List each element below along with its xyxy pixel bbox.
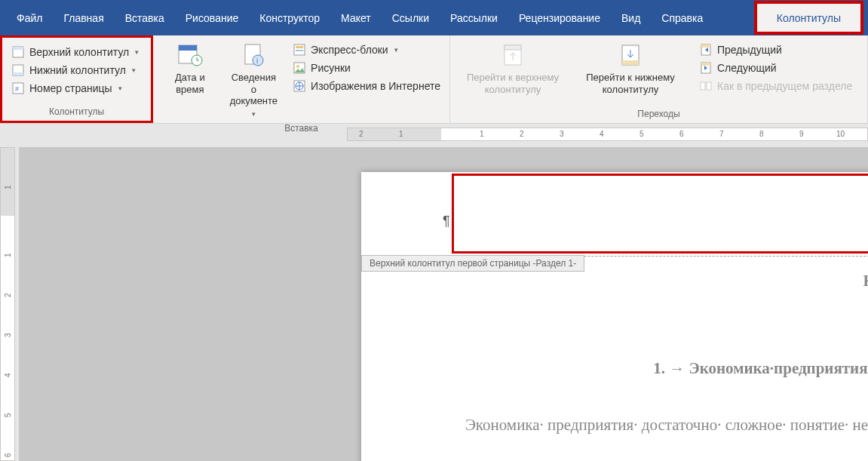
ruler-num: 1 [4, 185, 12, 189]
tab-header-footer[interactable]: Колонтитулы [757, 4, 860, 32]
header-footer-tab-highlight: Колонтитулы [754, 1, 863, 35]
ruler-num: 8 [759, 130, 764, 138]
footer-button[interactable]: Нижний колонтитул ▾ [8, 62, 142, 78]
pictures-icon [293, 61, 306, 75]
date-time-button[interactable]: Дата и время [159, 38, 221, 121]
date-time-icon [176, 41, 204, 69]
quick-parts-icon [293, 43, 306, 57]
page[interactable]: ¶ Верхний колонтитул первой страницы -Ра… [361, 172, 868, 461]
header-label: Верхний колонтитул [29, 46, 129, 58]
quick-parts-button[interactable]: Экспресс-блоки ▾ [290, 41, 443, 58]
pictures-label: Рисунки [311, 62, 351, 74]
tab-insert[interactable]: Вставка [115, 3, 175, 33]
next-label: Следующий [717, 62, 777, 74]
group-label-hf: Колонтитулы [8, 104, 145, 119]
group-insert: Дата и время i Сведения о документе▾ Экс… [153, 35, 450, 123]
chevron-down-icon: ▾ [252, 110, 256, 118]
goto-footer-icon [617, 41, 644, 69]
next-button[interactable]: Следующий [696, 60, 855, 76]
blank-line: ¶ [437, 294, 868, 312]
svg-rect-28 [707, 82, 711, 90]
svg-rect-14 [296, 50, 303, 51]
goto-header-label: Перейти к верхнему колонтитулу [467, 72, 559, 95]
ruler-num: 1 [399, 130, 403, 138]
tab-view[interactable]: Вид [611, 3, 651, 33]
ruler-num: 5 [4, 413, 12, 417]
svg-rect-27 [701, 82, 705, 90]
goto-footer-button[interactable]: Перейти к нижнему колонтитулу [574, 38, 687, 106]
tab-mailings[interactable]: Рассылки [440, 3, 508, 33]
previous-icon [699, 43, 713, 57]
doc-info-label: Сведения о документе [230, 72, 278, 107]
ruler-num: 9 [799, 130, 804, 138]
next-icon [699, 61, 713, 75]
doc-info-icon: i [240, 41, 267, 69]
quick-parts-label: Экспресс-блоки [311, 44, 388, 56]
goto-footer-label: Перейти к нижнему колонтитулу [586, 72, 675, 95]
footer-label: Нижний колонтитул [29, 64, 126, 76]
link-to-previous-button: Как в предыдущем разделе [696, 78, 855, 94]
tab-design[interactable]: Конструктор [249, 3, 330, 33]
horizontal-ruler[interactable]: 2 1 1 2 3 4 5 6 7 8 9 10 11 [347, 128, 868, 141]
title-line-1: КУРС·ЛЕКЦИЙ¶ [437, 272, 868, 290]
ruler-num: 1 [480, 130, 484, 138]
page-number-label: Номер страницы [29, 82, 112, 94]
svg-rect-24 [701, 45, 710, 48]
link-previous-icon [699, 79, 713, 93]
svg-rect-22 [622, 60, 639, 65]
goto-header-icon [499, 41, 526, 69]
ruler-num: 7 [719, 130, 724, 138]
blank-line: ¶ [437, 381, 868, 400]
tab-review[interactable]: Рецензирование [508, 3, 611, 33]
svg-rect-26 [701, 63, 710, 66]
tab-layout[interactable]: Макет [330, 3, 382, 33]
svg-rect-13 [296, 46, 303, 48]
blank-line: ¶ [437, 337, 868, 356]
svg-text:i: i [256, 57, 258, 65]
tab-file[interactable]: Файл [6, 3, 53, 33]
header-area-highlight[interactable] [452, 174, 868, 254]
ruler-num: 2 [520, 130, 524, 138]
online-pictures-button[interactable]: Изображения в Интернете [290, 78, 443, 94]
chevron-down-icon: ▾ [135, 48, 139, 56]
previous-button[interactable]: Предыдущий [696, 41, 855, 58]
ruler-num: 2 [359, 130, 363, 138]
vertical-ruler[interactable]: 1 1 2 3 4 5 6 [0, 147, 15, 461]
previous-label: Предыдущий [717, 44, 782, 56]
online-pictures-icon [293, 79, 306, 93]
tab-home[interactable]: Главная [53, 3, 114, 33]
ruler-num: 10 [836, 130, 845, 138]
tab-draw[interactable]: Рисование [175, 3, 250, 33]
title-line-2: ВВЕДЕНИЕ¶ [437, 315, 868, 334]
group-header-footer: Верхний колонтитул ▾ Нижний колонтитул ▾… [0, 35, 153, 123]
chevron-down-icon: ▾ [132, 66, 136, 74]
paragraph-mark: ¶ [443, 214, 450, 229]
chevron-down-icon: ▾ [394, 46, 398, 54]
ruler-num: 3 [4, 333, 12, 337]
svg-text:#: # [15, 85, 19, 93]
page-number-icon: # [11, 81, 25, 95]
footer-icon [11, 63, 25, 77]
header-button[interactable]: Верхний колонтитул ▾ [8, 44, 142, 60]
doc-info-button[interactable]: i Сведения о документе▾ [225, 38, 282, 121]
paragraph-text: Экономика· предприятия· достаточно· слож… [437, 413, 868, 438]
link-previous-label: Как в предыдущем разделе [717, 80, 852, 92]
ruler-num: 3 [560, 130, 564, 138]
page-number-button[interactable]: # Номер страницы ▾ [8, 80, 142, 97]
svg-rect-7 [179, 45, 197, 51]
document-area[interactable]: ¶ Верхний колонтитул первой страницы -Ра… [19, 147, 868, 461]
ruler-num: 6 [679, 130, 684, 138]
ruler-num: 5 [639, 130, 644, 138]
tab-help[interactable]: Справка [651, 3, 713, 33]
goto-header-button: Перейти к верхнему колонтитулу [456, 38, 569, 106]
pictures-button[interactable]: Рисунки [290, 60, 443, 76]
group-label-nav: Переходы [456, 106, 861, 121]
ruler-num: 1 [4, 253, 12, 257]
date-time-label: Дата и время [164, 72, 216, 95]
tab-references[interactable]: Ссылки [382, 3, 440, 33]
ruler-num: 6 [4, 453, 12, 457]
document-body: КУРС·ЛЕКЦИЙ¶ ¶ ВВЕДЕНИЕ¶ ¶ 1. → Экономик… [437, 269, 868, 438]
header-icon [11, 45, 25, 59]
online-pictures-label: Изображения в Интернете [311, 80, 440, 92]
svg-rect-20 [505, 45, 521, 50]
